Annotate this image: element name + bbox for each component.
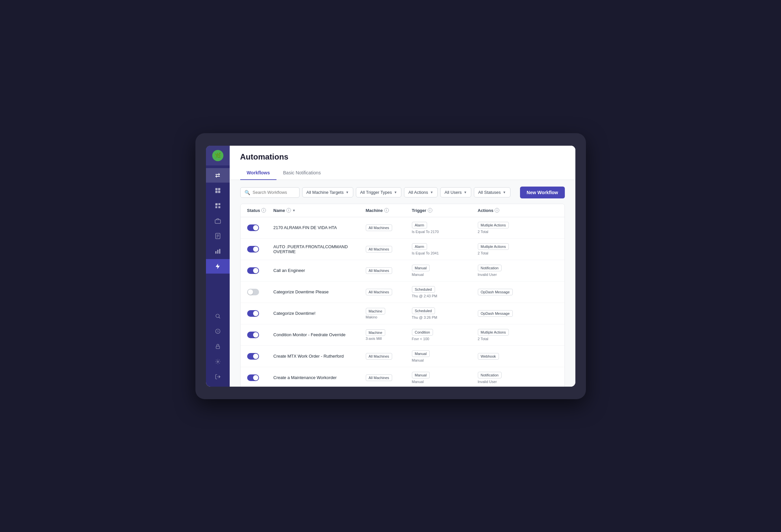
workflow-toggle[interactable]	[247, 246, 259, 252]
trigger-cell: Alarm Is Equal To 2041	[412, 243, 478, 255]
workflow-toggle[interactable]	[247, 374, 259, 381]
logout-icon	[215, 374, 221, 380]
grid-icon	[214, 202, 221, 209]
trigger-sub: Manual	[412, 358, 478, 362]
machine-tag: All Machines	[366, 353, 392, 360]
sidebar-logo: 🌿	[206, 146, 230, 165]
workflow-toggle[interactable]	[247, 289, 259, 295]
action-sub: Invalid User	[478, 380, 544, 384]
status-cell	[247, 246, 274, 252]
workflow-toggle[interactable]	[247, 332, 259, 338]
workflow-toggle[interactable]	[247, 267, 259, 274]
machine-tag: All Machines	[366, 267, 392, 274]
tab-workflows[interactable]: Workflows	[240, 167, 277, 180]
actions-cell: Mutliple Actions 2 Total	[478, 243, 544, 255]
actions-cell: OpDash Message	[478, 289, 544, 295]
sort-icon[interactable]: ▼	[292, 209, 296, 212]
column-trigger: Trigger i	[412, 208, 478, 213]
action-tag: OpDash Message	[478, 310, 513, 317]
action-sub: 2 Total	[478, 251, 544, 255]
sidebar-item-settings[interactable]	[206, 354, 230, 369]
toggle-knob	[253, 375, 258, 380]
workflow-name: Call an Engineer	[274, 268, 366, 273]
table-row: Create MTX Work Order - Rutherford All M…	[241, 346, 565, 367]
status-cell	[247, 310, 274, 317]
machine-cell: Machine Makino	[366, 308, 412, 319]
sidebar-item-search[interactable]	[206, 309, 230, 323]
chevron-down-icon: ▼	[430, 191, 433, 194]
trigger-tag: Scheduled	[412, 308, 435, 314]
help-icon: ?	[215, 328, 221, 334]
trigger-sub: Fovr < 100	[412, 337, 478, 341]
tab-basic-notifications[interactable]: Basic Notifications	[277, 167, 327, 180]
column-status: Status i	[247, 208, 274, 213]
trigger-cell: Manual Manual	[412, 265, 478, 277]
sidebar-item-automation[interactable]	[206, 259, 230, 274]
sidebar-item-document[interactable]	[206, 229, 230, 243]
workflow-name: 2170 ALRAMA FIN DE VIDA HTA	[274, 225, 366, 230]
workflow-toggle[interactable]	[247, 224, 259, 231]
toggle-knob	[253, 311, 258, 316]
sidebar-item-briefcase[interactable]	[206, 214, 230, 228]
status-cell	[247, 374, 274, 381]
sidebar-item-grid[interactable]	[206, 198, 230, 213]
svg-rect-0	[215, 188, 217, 190]
trigger-tag: Manual	[412, 351, 430, 357]
statuses-filter[interactable]: All Statuses ▼	[474, 187, 510, 197]
trigger-sub: Is Equal To 2170	[412, 230, 478, 234]
actions-cell: Notification Invalid User	[478, 265, 544, 277]
trigger-types-filter[interactable]: All Trigger Types ▼	[356, 187, 402, 197]
workflow-name: Categorize Downtime!	[274, 311, 366, 316]
chevron-down-icon: ▼	[503, 191, 506, 194]
trigger-cell: Condition Fovr < 100	[412, 329, 478, 341]
actions-cell: Mutliple Actions 2 Total	[478, 329, 544, 341]
svg-rect-4	[215, 203, 217, 205]
svg-point-18	[216, 314, 219, 318]
sidebar-item-dashboard[interactable]	[206, 183, 230, 198]
workflow-name: Create MTX Work Order - Rutherford	[274, 354, 366, 359]
users-filter[interactable]: All Users ▼	[440, 187, 471, 197]
svg-rect-10	[215, 219, 220, 223]
table-row: Categorize Downtime! Machine Makino Sche…	[241, 303, 565, 324]
trigger-sub: Is Equal To 2041	[412, 251, 478, 255]
machine-targets-filter[interactable]: All Machine Targets ▼	[302, 187, 353, 197]
action-tag: Webhook	[478, 353, 499, 360]
actions-filter[interactable]: All Actions ▼	[404, 187, 438, 197]
search-icon: 🔍	[245, 190, 250, 195]
search-box[interactable]: 🔍	[240, 187, 299, 198]
table-row: 2170 ALRAMA FIN DE VIDA HTA All Machines…	[241, 217, 565, 239]
new-workflow-button[interactable]: New Workflow	[520, 187, 565, 198]
page-header: Automations Workflows Basic Notification…	[230, 146, 575, 180]
chevron-down-icon: ▼	[346, 191, 349, 194]
workflow-name: Categorize Downtime Please	[274, 289, 366, 294]
sidebar-item-logout[interactable]	[206, 369, 230, 384]
document-icon	[214, 233, 221, 239]
barchart-icon	[214, 248, 221, 254]
tabs-container: Workflows Basic Notifications	[240, 167, 565, 180]
trigger-tag: Alarm	[412, 222, 427, 229]
search-input[interactable]	[253, 190, 295, 195]
machine-tag: All Machines	[366, 289, 392, 295]
briefcase-icon	[214, 217, 221, 224]
toggle-knob	[253, 354, 258, 359]
toggle-knob	[253, 332, 258, 337]
sidebar-item-help[interactable]: ?	[206, 324, 230, 338]
actions-cell: Webhook	[478, 353, 544, 360]
machine-tag: All Machines	[366, 246, 392, 252]
table-row: Categorize Downtime Please All Machines …	[241, 282, 565, 303]
workflow-toggle[interactable]	[247, 310, 259, 317]
sidebar-item-barchart[interactable]	[206, 244, 230, 258]
status-cell	[247, 267, 274, 274]
workflow-toggle[interactable]	[247, 353, 259, 360]
table-body: 2170 ALRAMA FIN DE VIDA HTA All Machines…	[241, 217, 565, 386]
name-info-icon: i	[286, 208, 291, 213]
table-row: Condition Monitor - Feedrate Override Ma…	[241, 324, 565, 346]
svg-rect-9	[215, 205, 217, 205]
sidebar-item-lock[interactable]	[206, 339, 230, 354]
action-tag: Mutliple Actions	[478, 243, 509, 250]
sidebar-item-shuffle[interactable]: ⇄	[206, 168, 230, 182]
chevron-down-icon: ▼	[464, 191, 467, 194]
sidebar-nav-bottom: ?	[206, 309, 230, 386]
trigger-tag: Manual	[412, 372, 430, 378]
app-logo-icon: 🌿	[212, 150, 223, 161]
